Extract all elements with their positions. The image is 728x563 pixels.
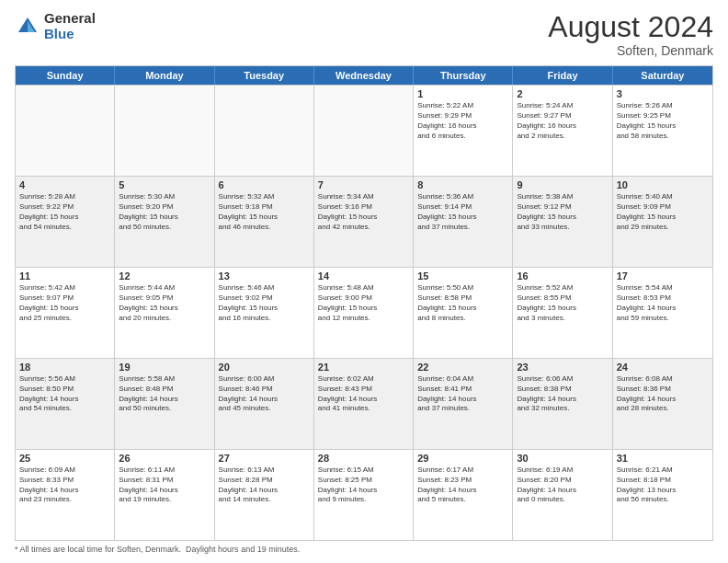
calendar-cell: 22Sunrise: 6:04 AM Sunset: 8:41 PM Dayli… (414, 359, 513, 449)
calendar-cell: 10Sunrise: 5:40 AM Sunset: 9:09 PM Dayli… (613, 177, 712, 267)
logo-blue-text: Blue (44, 27, 96, 42)
cell-content: Sunrise: 5:46 AM Sunset: 9:02 PM Dayligh… (219, 283, 310, 323)
day-number: 3 (617, 88, 709, 99)
cell-content: Sunrise: 5:44 AM Sunset: 9:05 PM Dayligh… (119, 283, 210, 323)
calendar-cell: 30Sunrise: 6:19 AM Sunset: 8:20 PM Dayli… (513, 450, 612, 540)
calendar: SundayMondayTuesdayWednesdayThursdayFrid… (15, 65, 713, 541)
day-number: 17 (617, 270, 709, 282)
calendar-cell (314, 86, 414, 176)
calendar-cell: 15Sunrise: 5:50 AM Sunset: 8:58 PM Dayli… (414, 268, 513, 358)
calendar-cell: 16Sunrise: 5:52 AM Sunset: 8:55 PM Dayli… (513, 268, 612, 358)
logo: General Blue (15, 11, 96, 41)
calendar-row: 4Sunrise: 5:28 AM Sunset: 9:22 PM Daylig… (16, 176, 712, 267)
cell-content: Sunrise: 6:21 AM Sunset: 8:18 PM Dayligh… (617, 465, 709, 505)
calendar-header-cell: Tuesday (215, 66, 314, 85)
page: General Blue August 2024 Soften, Denmark… (0, 0, 728, 563)
calendar-cell: 6Sunrise: 5:32 AM Sunset: 9:18 PM Daylig… (215, 177, 314, 267)
day-number: 29 (417, 453, 508, 464)
cell-content: Sunrise: 6:04 AM Sunset: 8:41 PM Dayligh… (417, 374, 508, 414)
day-number: 1 (417, 88, 508, 99)
day-number: 13 (219, 270, 310, 282)
cell-content: Sunrise: 6:11 AM Sunset: 8:31 PM Dayligh… (119, 465, 210, 505)
day-number: 22 (417, 362, 508, 373)
cell-content: Sunrise: 5:54 AM Sunset: 8:53 PM Dayligh… (617, 283, 709, 323)
day-number: 6 (219, 179, 310, 190)
cell-content: Sunrise: 6:08 AM Sunset: 8:36 PM Dayligh… (617, 374, 709, 414)
day-number: 20 (219, 362, 310, 373)
calendar-cell: 8Sunrise: 5:36 AM Sunset: 9:14 PM Daylig… (414, 177, 513, 267)
calendar-cell: 12Sunrise: 5:44 AM Sunset: 9:05 PM Dayli… (115, 268, 214, 358)
day-number: 2 (517, 88, 608, 99)
calendar-header-cell: Sunday (16, 66, 115, 85)
logo-icon (15, 14, 40, 40)
calendar-cell: 23Sunrise: 6:06 AM Sunset: 8:38 PM Dayli… (513, 359, 612, 449)
calendar-cell: 24Sunrise: 6:08 AM Sunset: 8:36 PM Dayli… (613, 359, 712, 449)
logo-general-text: General (44, 11, 96, 27)
cell-content: Sunrise: 5:30 AM Sunset: 9:20 PM Dayligh… (119, 192, 210, 232)
cell-content: Sunrise: 5:34 AM Sunset: 9:16 PM Dayligh… (318, 192, 409, 232)
calendar-cell: 4Sunrise: 5:28 AM Sunset: 9:22 PM Daylig… (16, 177, 115, 267)
cell-content: Sunrise: 6:09 AM Sunset: 8:33 PM Dayligh… (19, 465, 110, 505)
calendar-header-cell: Friday (513, 66, 612, 85)
day-number: 31 (617, 453, 709, 464)
cell-content: Sunrise: 6:00 AM Sunset: 8:46 PM Dayligh… (219, 374, 310, 414)
day-number: 5 (119, 179, 210, 190)
calendar-cell: 18Sunrise: 5:56 AM Sunset: 8:50 PM Dayli… (16, 359, 115, 449)
day-number: 23 (517, 362, 608, 373)
calendar-cell: 13Sunrise: 5:46 AM Sunset: 9:02 PM Dayli… (215, 268, 314, 358)
cell-content: Sunrise: 5:24 AM Sunset: 9:27 PM Dayligh… (517, 101, 608, 141)
calendar-cell: 9Sunrise: 5:38 AM Sunset: 9:12 PM Daylig… (513, 177, 612, 267)
cell-content: Sunrise: 5:42 AM Sunset: 9:07 PM Dayligh… (19, 283, 110, 323)
cell-content: Sunrise: 6:02 AM Sunset: 8:43 PM Dayligh… (318, 374, 409, 414)
cell-content: Sunrise: 5:50 AM Sunset: 8:58 PM Dayligh… (417, 283, 508, 323)
cell-content: Sunrise: 5:28 AM Sunset: 9:22 PM Dayligh… (19, 192, 110, 232)
cell-content: Sunrise: 6:13 AM Sunset: 8:28 PM Dayligh… (219, 465, 310, 505)
calendar-cell: 2Sunrise: 5:24 AM Sunset: 9:27 PM Daylig… (513, 86, 612, 176)
calendar-cell: 3Sunrise: 5:26 AM Sunset: 9:25 PM Daylig… (613, 86, 712, 176)
cell-content: Sunrise: 5:26 AM Sunset: 9:25 PM Dayligh… (617, 101, 709, 141)
calendar-cell: 31Sunrise: 6:21 AM Sunset: 8:18 PM Dayli… (613, 450, 712, 540)
calendar-body: 1Sunrise: 5:22 AM Sunset: 9:29 PM Daylig… (16, 85, 712, 540)
day-number: 27 (219, 453, 310, 464)
calendar-cell: 21Sunrise: 6:02 AM Sunset: 8:43 PM Dayli… (314, 359, 414, 449)
cell-content: Sunrise: 5:22 AM Sunset: 9:29 PM Dayligh… (417, 101, 508, 141)
cell-content: Sunrise: 6:15 AM Sunset: 8:25 PM Dayligh… (318, 465, 409, 505)
calendar-cell: 14Sunrise: 5:48 AM Sunset: 9:00 PM Dayli… (314, 268, 414, 358)
calendar-cell: 25Sunrise: 6:09 AM Sunset: 8:33 PM Dayli… (16, 450, 115, 540)
cell-content: Sunrise: 5:32 AM Sunset: 9:18 PM Dayligh… (219, 192, 310, 232)
day-number: 8 (417, 179, 508, 190)
calendar-header-cell: Monday (115, 66, 214, 85)
calendar-cell: 27Sunrise: 6:13 AM Sunset: 8:28 PM Dayli… (215, 450, 314, 540)
day-number: 14 (318, 270, 409, 282)
calendar-cell: 1Sunrise: 5:22 AM Sunset: 9:29 PM Daylig… (414, 86, 513, 176)
day-number: 7 (318, 179, 409, 190)
calendar-cell: 20Sunrise: 6:00 AM Sunset: 8:46 PM Dayli… (215, 359, 314, 449)
cell-content: Sunrise: 6:17 AM Sunset: 8:23 PM Dayligh… (417, 465, 508, 505)
calendar-row: 25Sunrise: 6:09 AM Sunset: 8:33 PM Dayli… (16, 449, 712, 540)
day-number: 4 (19, 179, 110, 190)
calendar-cell: 11Sunrise: 5:42 AM Sunset: 9:07 PM Dayli… (16, 268, 115, 358)
calendar-cell: 19Sunrise: 5:58 AM Sunset: 8:48 PM Dayli… (115, 359, 214, 449)
cell-content: Sunrise: 5:38 AM Sunset: 9:12 PM Dayligh… (517, 192, 608, 232)
calendar-cell (16, 86, 115, 176)
day-number: 19 (119, 362, 210, 373)
cell-content: Sunrise: 5:36 AM Sunset: 9:14 PM Dayligh… (417, 192, 508, 232)
calendar-header-cell: Thursday (414, 66, 513, 85)
day-number: 21 (318, 362, 409, 373)
calendar-header-cell: Saturday (613, 66, 712, 85)
footer-text: * All times are local time for Soften, D… (15, 545, 300, 554)
day-number: 15 (417, 270, 508, 282)
logo-text: General Blue (44, 11, 96, 41)
day-number: 24 (617, 362, 709, 373)
cell-content: Sunrise: 6:19 AM Sunset: 8:20 PM Dayligh… (517, 465, 608, 505)
day-number: 16 (517, 270, 608, 282)
calendar-header: SundayMondayTuesdayWednesdayThursdayFrid… (16, 66, 712, 85)
day-number: 28 (318, 453, 409, 464)
calendar-cell: 5Sunrise: 5:30 AM Sunset: 9:20 PM Daylig… (115, 177, 214, 267)
calendar-row: 11Sunrise: 5:42 AM Sunset: 9:07 PM Dayli… (16, 267, 712, 358)
calendar-cell: 17Sunrise: 5:54 AM Sunset: 8:53 PM Dayli… (613, 268, 712, 358)
cell-content: Sunrise: 5:40 AM Sunset: 9:09 PM Dayligh… (617, 192, 709, 232)
title-block: August 2024 Soften, Denmark (548, 11, 713, 58)
cell-content: Sunrise: 5:58 AM Sunset: 8:48 PM Dayligh… (119, 374, 210, 414)
calendar-cell (115, 86, 214, 176)
